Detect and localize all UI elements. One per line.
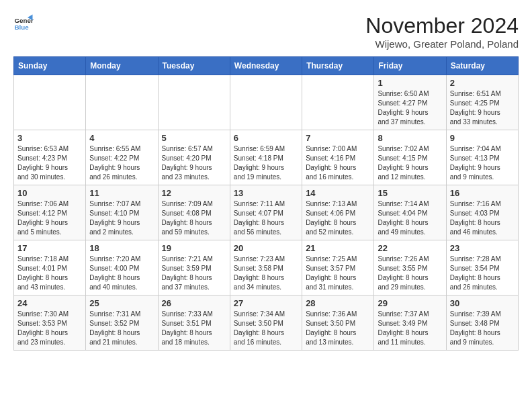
day-number: 29 xyxy=(378,298,442,308)
day-number: 15 xyxy=(378,188,442,198)
day-info: Sunrise: 7:09 AM Sunset: 4:08 PM Dayligh… xyxy=(162,199,226,237)
day-number: 24 xyxy=(17,298,82,308)
weekday-header-tuesday: Tuesday xyxy=(158,57,230,75)
day-number: 11 xyxy=(89,188,154,198)
location: Wijewo, Greater Poland, Poland xyxy=(365,38,519,50)
calendar-cell xyxy=(302,75,374,130)
day-number: 23 xyxy=(450,243,515,253)
day-info: Sunrise: 7:26 AM Sunset: 3:55 PM Dayligh… xyxy=(378,255,442,292)
calendar-week-1: 1Sunrise: 6:50 AM Sunset: 4:27 PM Daylig… xyxy=(14,75,519,130)
calendar-cell: 27Sunrise: 7:34 AM Sunset: 3:50 PM Dayli… xyxy=(230,295,302,351)
calendar-cell: 10Sunrise: 7:06 AM Sunset: 4:12 PM Dayli… xyxy=(14,185,86,240)
calendar-cell: 14Sunrise: 7:13 AM Sunset: 4:06 PM Dayli… xyxy=(302,185,374,240)
day-number: 3 xyxy=(17,133,82,143)
day-info: Sunrise: 7:16 AM Sunset: 4:03 PM Dayligh… xyxy=(450,199,515,237)
calendar-cell: 1Sunrise: 6:50 AM Sunset: 4:27 PM Daylig… xyxy=(374,75,446,130)
day-number: 20 xyxy=(234,243,298,253)
logo: General Blue xyxy=(13,13,34,34)
day-info: Sunrise: 6:57 AM Sunset: 4:20 PM Dayligh… xyxy=(162,144,226,182)
calendar-cell: 24Sunrise: 7:30 AM Sunset: 3:53 PM Dayli… xyxy=(14,295,86,351)
calendar-cell: 25Sunrise: 7:31 AM Sunset: 3:52 PM Dayli… xyxy=(86,295,158,351)
calendar-cell: 20Sunrise: 7:23 AM Sunset: 3:58 PM Dayli… xyxy=(230,240,302,295)
calendar-table: SundayMondayTuesdayWednesdayThursdayFrid… xyxy=(13,56,519,351)
calendar-cell: 19Sunrise: 7:21 AM Sunset: 3:59 PM Dayli… xyxy=(158,240,230,295)
weekday-header-friday: Friday xyxy=(374,57,446,75)
day-number: 13 xyxy=(234,188,298,198)
day-number: 27 xyxy=(234,298,298,308)
calendar-week-3: 10Sunrise: 7:06 AM Sunset: 4:12 PM Dayli… xyxy=(14,185,519,240)
day-number: 14 xyxy=(306,188,370,198)
day-number: 5 xyxy=(162,133,226,143)
day-number: 17 xyxy=(17,243,82,253)
day-number: 12 xyxy=(162,188,226,198)
day-info: Sunrise: 7:36 AM Sunset: 3:50 PM Dayligh… xyxy=(306,310,370,347)
day-number: 30 xyxy=(450,298,515,308)
calendar-cell: 5Sunrise: 6:57 AM Sunset: 4:20 PM Daylig… xyxy=(158,130,230,185)
day-info: Sunrise: 7:06 AM Sunset: 4:12 PM Dayligh… xyxy=(17,199,82,237)
calendar-cell xyxy=(230,75,302,130)
calendar-week-5: 24Sunrise: 7:30 AM Sunset: 3:53 PM Dayli… xyxy=(14,295,519,351)
calendar-cell: 21Sunrise: 7:25 AM Sunset: 3:57 PM Dayli… xyxy=(302,240,374,295)
calendar-cell: 4Sunrise: 6:55 AM Sunset: 4:22 PM Daylig… xyxy=(86,130,158,185)
weekday-header-monday: Monday xyxy=(86,57,158,75)
day-info: Sunrise: 6:53 AM Sunset: 4:23 PM Dayligh… xyxy=(17,144,82,182)
weekday-header-wednesday: Wednesday xyxy=(230,57,302,75)
day-info: Sunrise: 7:00 AM Sunset: 4:16 PM Dayligh… xyxy=(306,144,370,182)
day-info: Sunrise: 7:02 AM Sunset: 4:15 PM Dayligh… xyxy=(378,144,442,182)
title-area: November 2024 Wijewo, Greater Poland, Po… xyxy=(365,13,519,50)
day-info: Sunrise: 6:50 AM Sunset: 4:27 PM Dayligh… xyxy=(378,89,442,127)
day-number: 16 xyxy=(450,188,515,198)
day-info: Sunrise: 7:20 AM Sunset: 4:00 PM Dayligh… xyxy=(89,255,154,292)
day-number: 25 xyxy=(89,298,154,308)
day-number: 2 xyxy=(450,78,515,88)
day-number: 26 xyxy=(162,298,226,308)
day-info: Sunrise: 7:31 AM Sunset: 3:52 PM Dayligh… xyxy=(89,310,154,347)
day-info: Sunrise: 6:51 AM Sunset: 4:25 PM Dayligh… xyxy=(450,89,515,127)
day-number: 28 xyxy=(306,298,370,308)
logo-icon: General Blue xyxy=(13,13,34,34)
calendar-cell: 2Sunrise: 6:51 AM Sunset: 4:25 PM Daylig… xyxy=(446,75,518,130)
calendar-cell xyxy=(86,75,158,130)
weekday-header-row: SundayMondayTuesdayWednesdayThursdayFrid… xyxy=(14,57,519,75)
calendar-week-2: 3Sunrise: 6:53 AM Sunset: 4:23 PM Daylig… xyxy=(14,130,519,185)
day-info: Sunrise: 7:11 AM Sunset: 4:07 PM Dayligh… xyxy=(234,199,298,237)
day-info: Sunrise: 7:30 AM Sunset: 3:53 PM Dayligh… xyxy=(17,310,82,347)
day-info: Sunrise: 7:04 AM Sunset: 4:13 PM Dayligh… xyxy=(450,144,515,182)
day-number: 1 xyxy=(378,78,442,88)
day-number: 8 xyxy=(378,133,442,143)
calendar-header: SundayMondayTuesdayWednesdayThursdayFrid… xyxy=(14,57,519,75)
day-info: Sunrise: 7:37 AM Sunset: 3:49 PM Dayligh… xyxy=(378,310,442,347)
weekday-header-saturday: Saturday xyxy=(446,57,518,75)
calendar-cell: 23Sunrise: 7:28 AM Sunset: 3:54 PM Dayli… xyxy=(446,240,518,295)
month-title: November 2024 xyxy=(365,13,519,38)
day-number: 18 xyxy=(89,243,154,253)
calendar-cell: 11Sunrise: 7:07 AM Sunset: 4:10 PM Dayli… xyxy=(86,185,158,240)
calendar-cell: 18Sunrise: 7:20 AM Sunset: 4:00 PM Dayli… xyxy=(86,240,158,295)
header: General Blue November 2024 Wijewo, Great… xyxy=(13,13,519,50)
day-info: Sunrise: 7:13 AM Sunset: 4:06 PM Dayligh… xyxy=(306,199,370,237)
day-number: 10 xyxy=(17,188,82,198)
calendar-cell: 6Sunrise: 6:59 AM Sunset: 4:18 PM Daylig… xyxy=(230,130,302,185)
calendar-cell: 7Sunrise: 7:00 AM Sunset: 4:16 PM Daylig… xyxy=(302,130,374,185)
day-info: Sunrise: 6:55 AM Sunset: 4:22 PM Dayligh… xyxy=(89,144,154,182)
day-number: 22 xyxy=(378,243,442,253)
calendar-cell: 22Sunrise: 7:26 AM Sunset: 3:55 PM Dayli… xyxy=(374,240,446,295)
day-number: 9 xyxy=(450,133,515,143)
calendar-cell: 3Sunrise: 6:53 AM Sunset: 4:23 PM Daylig… xyxy=(14,130,86,185)
day-info: Sunrise: 7:28 AM Sunset: 3:54 PM Dayligh… xyxy=(450,255,515,292)
weekday-header-sunday: Sunday xyxy=(14,57,86,75)
day-info: Sunrise: 7:39 AM Sunset: 3:48 PM Dayligh… xyxy=(450,310,515,347)
calendar-cell: 28Sunrise: 7:36 AM Sunset: 3:50 PM Dayli… xyxy=(302,295,374,351)
calendar-week-4: 17Sunrise: 7:18 AM Sunset: 4:01 PM Dayli… xyxy=(14,240,519,295)
day-info: Sunrise: 7:34 AM Sunset: 3:50 PM Dayligh… xyxy=(234,310,298,347)
day-info: Sunrise: 6:59 AM Sunset: 4:18 PM Dayligh… xyxy=(234,144,298,182)
calendar-cell: 9Sunrise: 7:04 AM Sunset: 4:13 PM Daylig… xyxy=(446,130,518,185)
day-number: 6 xyxy=(234,133,298,143)
calendar-cell: 16Sunrise: 7:16 AM Sunset: 4:03 PM Dayli… xyxy=(446,185,518,240)
weekday-header-thursday: Thursday xyxy=(302,57,374,75)
day-number: 7 xyxy=(306,133,370,143)
calendar-cell: 15Sunrise: 7:14 AM Sunset: 4:04 PM Dayli… xyxy=(374,185,446,240)
calendar-cell: 12Sunrise: 7:09 AM Sunset: 4:08 PM Dayli… xyxy=(158,185,230,240)
day-info: Sunrise: 7:33 AM Sunset: 3:51 PM Dayligh… xyxy=(162,310,226,347)
calendar-cell: 13Sunrise: 7:11 AM Sunset: 4:07 PM Dayli… xyxy=(230,185,302,240)
